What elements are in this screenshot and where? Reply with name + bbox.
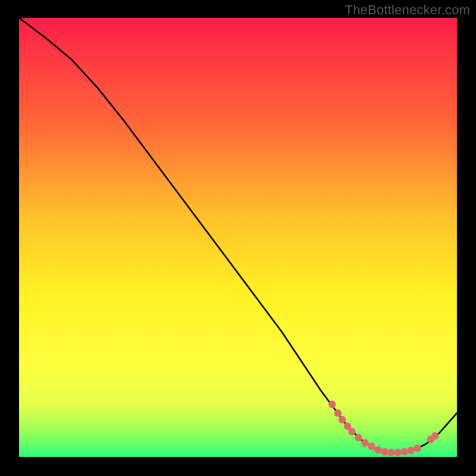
marker-point [361,439,369,447]
marker-point [394,449,402,456]
marker-point [334,409,342,417]
marker-point [387,449,395,456]
marker-point [400,448,408,456]
marker-point [355,434,362,441]
marker-point [374,446,382,454]
marker-point [328,400,336,408]
marker-point [339,416,346,424]
chart-frame: TheBottlenecker.com [0,0,476,476]
chart-svg [19,18,457,457]
marker-point [431,432,439,440]
marker-point [368,443,375,450]
gradient-background [19,18,457,457]
marker-point [348,428,356,436]
marker-point [407,447,415,455]
marker-point [414,444,422,452]
watermark-text: TheBottlenecker.com [345,2,470,18]
plot-area [19,18,457,457]
marker-point [381,448,389,456]
